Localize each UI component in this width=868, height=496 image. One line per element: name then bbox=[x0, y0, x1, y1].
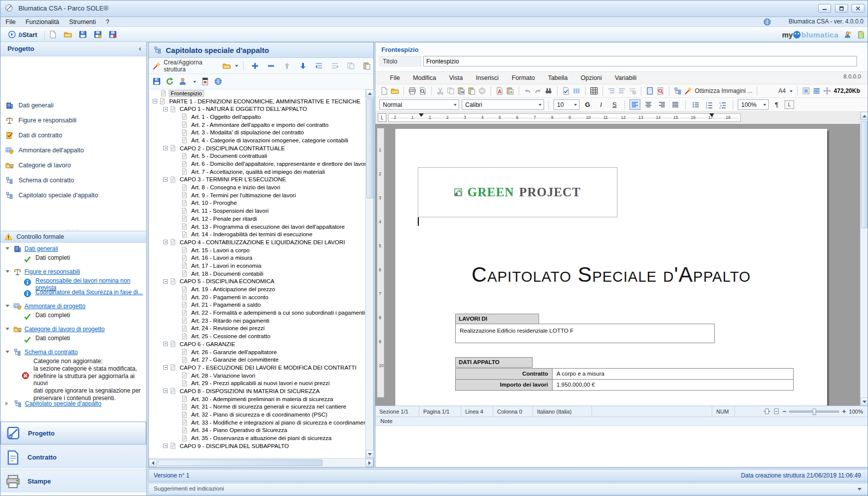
controllo-link[interactable]: Capitolato speciale d'appalto bbox=[25, 400, 101, 407]
redo-icon[interactable] bbox=[534, 87, 542, 95]
bold-button[interactable]: G bbox=[582, 99, 593, 110]
tree-node[interactable]: Art. 18 - Documenti contabili bbox=[149, 270, 365, 278]
controllo-link[interactable]: Schema di contratto bbox=[24, 349, 78, 356]
align-right-button[interactable] bbox=[656, 99, 667, 110]
document-canvas[interactable]: 12345678910 GREEN PROJECT Capitolato Spe… bbox=[375, 124, 860, 406]
zoom-slider-thumb[interactable] bbox=[813, 409, 816, 415]
tree-node[interactable]: Art. 4 - Categorie di lavorazioni omogen… bbox=[149, 136, 365, 144]
bookmark-icon[interactable] bbox=[201, 77, 209, 85]
nav-button-progetto[interactable]: Progetto bbox=[0, 422, 146, 445]
numbered-list-button[interactable]: 123 bbox=[704, 99, 715, 110]
indent-paragraph-icon[interactable] bbox=[618, 87, 626, 95]
tree-node[interactable]: Art. 16 - Lavori a misura bbox=[149, 254, 365, 262]
tree-node[interactable]: CAPO 1 - NATURA E OGGETTO DELL'APPALTO bbox=[149, 105, 365, 113]
tree-node[interactable]: Art. 6 - Domicilio dell'appaltatore, rap… bbox=[149, 160, 365, 168]
paste-icon[interactable] bbox=[363, 62, 371, 70]
tree-node[interactable]: Frontespizio bbox=[149, 89, 365, 97]
style-select[interactable]: Normal bbox=[379, 99, 459, 110]
restore-button[interactable] bbox=[835, 4, 848, 12]
save-project-button[interactable] bbox=[92, 29, 103, 39]
tree-node[interactable]: Art. 9 - Termini per l'ultimazione dei l… bbox=[149, 191, 365, 199]
refresh-icon[interactable] bbox=[166, 77, 174, 85]
zoom-select[interactable]: 100% bbox=[738, 99, 769, 110]
help-globe-icon[interactable] bbox=[214, 77, 222, 85]
font-size-select[interactable]: 10 bbox=[554, 99, 579, 110]
tree-node[interactable]: Art. 27 - Garanzie del committente bbox=[149, 356, 365, 364]
tree-node[interactable]: CAPO 7 - ESECUZIONE DEI LAVORI E MODIFIC… bbox=[149, 364, 365, 372]
collapse-node-icon[interactable] bbox=[163, 389, 168, 393]
sidebar-item-capitolato-speciale-d-appalto[interactable]: Capitolato speciale d'appalto bbox=[0, 188, 146, 203]
remove-icon[interactable] bbox=[267, 62, 275, 70]
chevron-down-icon[interactable] bbox=[5, 247, 9, 252]
add-icon[interactable] bbox=[251, 62, 259, 70]
tree-node[interactable]: Art. 3 - Modalita' di stipulazione del c… bbox=[149, 128, 365, 136]
tree-node[interactable]: Art. 2 - Ammontare dell'appalto e import… bbox=[149, 121, 365, 129]
collapse-node-icon[interactable] bbox=[163, 177, 168, 182]
tree-node[interactable]: CAPO 6 - GARANZIE bbox=[149, 340, 365, 348]
paste-word-icon[interactable]: W bbox=[457, 87, 465, 95]
tree-node[interactable]: Art. 15 - Lavori a corpo bbox=[149, 246, 365, 254]
print-icon[interactable] bbox=[408, 87, 416, 95]
save-button[interactable] bbox=[77, 29, 88, 39]
find-icon[interactable] bbox=[545, 87, 553, 95]
controllo-child[interactable]: Coordinatore della Sicurezza in fase di.… bbox=[0, 289, 146, 298]
editor-menu-inserisci[interactable]: Inserisci bbox=[469, 73, 505, 83]
cut-icon[interactable] bbox=[436, 87, 444, 95]
tree-node[interactable]: Art. 24 - Revisione dei prezzi bbox=[149, 325, 365, 333]
editor-menu-vista[interactable]: Vista bbox=[443, 73, 470, 83]
open-folder-icon[interactable] bbox=[391, 87, 399, 95]
bstart-button[interactable]: bStart bbox=[4, 28, 43, 40]
chevron-down-icon[interactable] bbox=[855, 486, 864, 493]
document-page[interactable]: GREEN PROJECT Capitolato Speciale d'Appa… bbox=[395, 129, 827, 406]
save-icon[interactable] bbox=[153, 77, 161, 85]
tree-node[interactable]: PARTE 1 - DEFINIZIONI ECONOMICHE, AMMINI… bbox=[149, 97, 365, 105]
suggestions-bar[interactable]: Suggerimenti ed indicazioni bbox=[148, 483, 868, 495]
myblumatica-logo[interactable]: myblumatica bbox=[782, 30, 839, 39]
menu-item-file[interactable]: File bbox=[0, 17, 20, 26]
note-input-area[interactable] bbox=[375, 426, 868, 467]
tree-node[interactable]: Art. 26 - Garanzie dell'appaltatore bbox=[149, 348, 365, 356]
table-grid-icon[interactable] bbox=[590, 87, 598, 95]
controllo-entry[interactable]: Dati generali bbox=[0, 243, 146, 254]
tree-node[interactable]: CAPO 5 - DISCIPLINA ECONOMICA bbox=[149, 278, 365, 286]
sidebar-item-schema-di-contratto[interactable]: Schema di contratto bbox=[0, 173, 146, 188]
tree-node[interactable]: Art. 14 - Inderogabilità dei termini di … bbox=[149, 230, 365, 238]
open-folder-button[interactable] bbox=[62, 29, 73, 39]
bullet-list-button[interactable] bbox=[690, 99, 701, 110]
tree-node[interactable]: Art. 30 - Adempimenti preliminari in mat… bbox=[149, 395, 365, 403]
tabstop-selector[interactable]: L bbox=[378, 113, 386, 122]
tree-node[interactable]: Art. 10 - Proroghe bbox=[149, 199, 365, 207]
page-border-icon[interactable] bbox=[802, 87, 810, 95]
fit-width-icon[interactable] bbox=[773, 408, 780, 415]
person-dropdown-icon[interactable] bbox=[179, 77, 187, 85]
tree-node[interactable]: Art. 7 - Accettazione, qualità ed impieg… bbox=[149, 168, 365, 176]
block-icon[interactable] bbox=[478, 87, 486, 95]
menu-item-?[interactable]: ? bbox=[101, 17, 114, 26]
layout-button[interactable]: L bbox=[785, 100, 794, 109]
tree-node[interactable]: CAPO 3 - TERMINI PER L'ESECUZIONE bbox=[149, 176, 365, 184]
new-file-icon[interactable] bbox=[380, 87, 388, 95]
undo-icon[interactable] bbox=[524, 87, 532, 95]
controllo-link[interactable]: Categorie di lavoro di progetto bbox=[24, 326, 105, 333]
font-doc-icon[interactable]: A bbox=[496, 87, 504, 95]
controllo-entry[interactable]: Ammontare di progetto bbox=[0, 300, 146, 312]
tree-node[interactable]: Art. 8 - Consegna e inizio dei lavori bbox=[149, 183, 365, 191]
controllo-entry[interactable]: Schema di contratto bbox=[0, 346, 146, 358]
tree-node[interactable]: Art. 28 - Variazione lavori bbox=[149, 372, 365, 380]
tree-node[interactable]: Art. 33 - Modifiche e integrazioni al pi… bbox=[149, 419, 365, 427]
tree-node[interactable]: CAPO 8 - DISPOSIZIONI IN MATERIA DI SICU… bbox=[149, 387, 365, 395]
pilcrow-button[interactable]: ¶ bbox=[771, 99, 782, 110]
chevron-down-icon[interactable] bbox=[5, 305, 9, 309]
ottimizza-immagini-button[interactable]: Ottimizza Immagini ... bbox=[695, 87, 752, 94]
copy-icon[interactable] bbox=[347, 62, 355, 70]
controllo-entry[interactable]: Capitolato speciale d'appalto bbox=[0, 398, 146, 409]
zoom-in-button[interactable]: + bbox=[842, 408, 846, 415]
outdent-icon[interactable] bbox=[315, 62, 323, 70]
structure-view-icon[interactable] bbox=[674, 87, 682, 95]
collapse-node-icon[interactable] bbox=[163, 342, 168, 346]
tree-vertical-scrollbar[interactable] bbox=[365, 89, 373, 458]
collapse-node-icon[interactable] bbox=[163, 146, 168, 150]
crea-aggiorna-struttura-button[interactable]: Crea/Aggiorna struttura bbox=[164, 59, 220, 73]
collapse-node-icon[interactable] bbox=[153, 99, 157, 103]
editor-menu-tabella[interactable]: Tabella bbox=[542, 73, 575, 83]
